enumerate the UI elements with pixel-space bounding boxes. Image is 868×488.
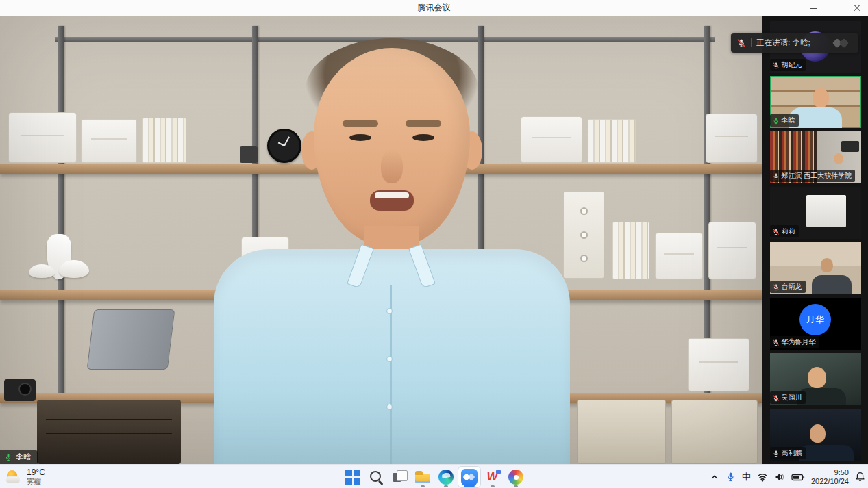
participant-tile[interactable]: 台炳龙 xyxy=(770,242,861,294)
notification-bell-icon[interactable] xyxy=(855,472,865,482)
running-indicator xyxy=(464,485,475,487)
wifi-icon[interactable] xyxy=(757,472,768,482)
speaker-eyebrow xyxy=(406,120,441,127)
mic-muted-icon xyxy=(772,283,780,291)
participant-name-chip: 李晗 xyxy=(770,114,799,127)
laptop xyxy=(87,309,175,370)
speaker-shirt xyxy=(214,249,570,464)
file-organizer xyxy=(563,191,604,279)
speaker-face xyxy=(314,48,470,245)
participant-name: 莉莉 xyxy=(782,227,795,236)
window-titlebar[interactable]: 腾讯会议 xyxy=(0,0,868,16)
chevron-up-icon[interactable] xyxy=(710,472,719,482)
running-indicator xyxy=(514,485,518,487)
mic-icon xyxy=(772,117,780,125)
bowl xyxy=(59,260,89,278)
speaker-eye xyxy=(412,134,434,141)
windows-taskbar: 19°C 雾霾 中 9:50 2022/10/24 xyxy=(0,464,868,488)
participant-name: 吴闻川 xyxy=(782,393,802,402)
taskbar-app-taskview[interactable] xyxy=(388,466,411,488)
divider xyxy=(751,38,752,47)
main-speaker-name: 李晗 xyxy=(16,452,31,462)
speaker-eyebrow xyxy=(343,120,378,127)
participant-tile[interactable]: 李晗 xyxy=(770,76,861,128)
cabinet xyxy=(577,400,666,464)
window-controls xyxy=(802,0,868,16)
main-speaker-name-tag: 李晗 xyxy=(0,450,38,464)
speaker-eye xyxy=(349,134,371,141)
main-video[interactable]: 李晗 xyxy=(0,16,762,464)
ime-indicator[interactable]: 中 xyxy=(742,472,751,481)
maximize-button[interactable] xyxy=(824,0,846,16)
participant-name: 高利鹏 xyxy=(782,448,802,458)
running-indicator xyxy=(491,485,495,487)
battery-icon[interactable] xyxy=(791,472,805,482)
participant-tile[interactable]: 月华 华为鲁月华 xyxy=(770,298,861,350)
mic-muted-icon xyxy=(772,339,780,346)
microphone-tray-icon[interactable] xyxy=(726,472,736,482)
taskbar-app-search[interactable] xyxy=(364,466,388,488)
meeting-window: 李晗 胡纪元 李晗 郑江滨 西工大软件学院 莉莉 台炳龙月华 华为鲁月华 吴闻川 xyxy=(0,16,868,464)
palette-icon xyxy=(508,469,524,485)
weather-widget[interactable]: 19°C 雾霾 xyxy=(5,466,45,487)
books xyxy=(612,222,649,279)
camera xyxy=(4,379,36,401)
tencent-meeting-logo-watermark xyxy=(832,38,853,49)
wall-clock xyxy=(267,129,301,163)
taskbar-app-palette[interactable] xyxy=(504,466,528,488)
mic-icon xyxy=(772,172,780,180)
participant-tile[interactable]: 莉莉 xyxy=(770,187,861,239)
participant-tile[interactable]: 郑江滨 西工大软件学院 xyxy=(770,131,861,183)
start-icon xyxy=(345,469,361,485)
weather-condition: 雾霾 xyxy=(27,477,45,485)
participant-name-chip: 华为鲁月华 xyxy=(770,336,819,348)
mic-muted-icon xyxy=(772,394,780,402)
participant-name-chip: 莉莉 xyxy=(770,225,799,237)
participant-tile[interactable]: 高利鹏 xyxy=(770,409,861,461)
avatar: 月华 xyxy=(799,304,831,335)
mic-icon xyxy=(772,450,780,457)
close-button[interactable] xyxy=(846,0,868,16)
storage-box xyxy=(81,119,137,163)
small-box xyxy=(240,146,258,163)
tray-time: 9:50 xyxy=(834,468,849,477)
storage-box xyxy=(655,233,703,279)
participant-name-chip: 胡纪元 xyxy=(770,59,806,71)
taskbar-app-wps[interactable] xyxy=(481,466,504,488)
participant-name: 郑江滨 西工大软件学院 xyxy=(782,171,852,181)
taskview-icon xyxy=(391,469,408,485)
running-indicator xyxy=(421,485,425,487)
drawer-cabinet xyxy=(37,400,181,464)
participant-tile[interactable]: 吴闻川 xyxy=(770,353,861,405)
tray-date: 2022/10/24 xyxy=(811,477,849,486)
taskbar-app-explorer[interactable] xyxy=(411,466,434,488)
explorer-icon xyxy=(414,469,431,485)
storage-box xyxy=(8,112,77,163)
bowl xyxy=(29,264,55,278)
mic-unmuted-icon xyxy=(4,453,12,461)
storage-box xyxy=(706,114,758,163)
storage-box xyxy=(708,222,756,279)
participant-name-chip: 郑江滨 西工大软件学院 xyxy=(770,170,856,182)
speaking-text: 正在讲话: 李晗; xyxy=(756,38,810,48)
books xyxy=(588,119,636,163)
participants-sidebar: 胡纪元 李晗 郑江滨 西工大软件学院 莉莉 台炳龙月华 华为鲁月华 吴闻川 高利… xyxy=(762,16,868,464)
speaking-indicator: 正在讲话: 李晗; xyxy=(731,33,858,53)
participant-name-chip: 台炳龙 xyxy=(770,281,806,293)
mic-muted-icon xyxy=(772,228,780,235)
meeting-icon xyxy=(461,469,478,485)
taskbar-app-start[interactable] xyxy=(341,466,364,488)
participant-name: 台炳龙 xyxy=(782,282,802,292)
speaker-nose xyxy=(381,151,403,183)
participant-name: 华为鲁月华 xyxy=(782,337,816,347)
cabinet xyxy=(671,400,758,464)
taskbar-clock[interactable]: 9:50 2022/10/24 xyxy=(811,468,849,486)
minimize-button[interactable] xyxy=(802,0,824,16)
volume-icon[interactable] xyxy=(774,472,785,482)
taskbar-apps xyxy=(341,465,528,488)
running-indicator xyxy=(444,485,448,487)
books xyxy=(142,118,186,163)
taskbar-app-edge[interactable] xyxy=(434,466,458,488)
system-tray: 中 9:50 2022/10/24 xyxy=(710,465,865,488)
taskbar-app-meeting[interactable] xyxy=(458,466,481,488)
